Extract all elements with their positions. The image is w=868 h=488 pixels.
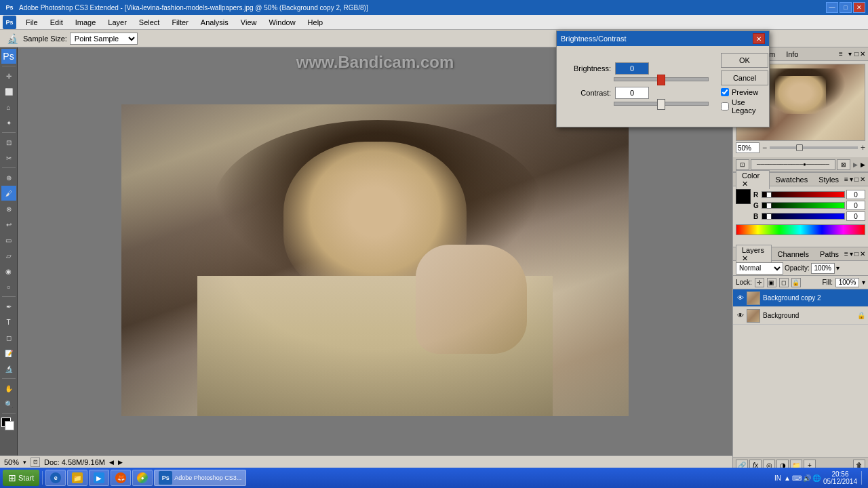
b-slider[interactable]	[762, 213, 845, 220]
tool-eyedropper[interactable]: 🔬	[1, 361, 16, 376]
layer-row-bg-copy2[interactable]: 👁 Background copy 2	[733, 289, 868, 307]
bc-brightness-input[interactable]	[615, 62, 649, 75]
zoom-minus-btn[interactable]: −	[762, 143, 767, 152]
bc-ok-btn[interactable]: OK	[721, 53, 768, 68]
zoom-100-btn[interactable]: ⊠	[837, 159, 850, 170]
blend-mode-select[interactable]: Normal Multiply Screen	[736, 262, 783, 274]
tool-brush[interactable]: 🖌	[1, 186, 16, 201]
color-panel-collapse[interactable]: ▾	[850, 176, 853, 183]
show-desktop-btn[interactable]	[861, 471, 865, 485]
fill-arrow[interactable]: ▾	[862, 279, 865, 286]
fill-input[interactable]	[835, 278, 859, 287]
navigator-close-btn[interactable]: ✕	[860, 50, 865, 58]
bc-dialog-close-btn[interactable]: ✕	[753, 33, 765, 44]
g-thumb[interactable]	[766, 203, 772, 209]
zoom-slider-thumb[interactable]	[796, 144, 803, 151]
bc-contrast-thumb[interactable]	[657, 99, 665, 110]
tab-info[interactable]: Info	[781, 49, 804, 59]
speaker-icon[interactable]: 🔊	[803, 474, 811, 482]
fg-color-swatch[interactable]	[736, 189, 751, 204]
bc-legacy-checkbox[interactable]	[721, 102, 729, 110]
close-btn[interactable]: ✕	[853, 2, 865, 13]
tool-notes[interactable]: 📝	[1, 346, 16, 361]
layers-panel-close[interactable]: ✕	[860, 250, 865, 258]
canvas-image[interactable]	[121, 104, 629, 416]
g-slider[interactable]	[762, 202, 845, 209]
status-zoom-arrow[interactable]: ▾	[23, 459, 26, 466]
g-value[interactable]	[846, 201, 865, 210]
tool-eraser[interactable]: ▭	[1, 232, 16, 247]
tool-move[interactable]: ✛	[1, 68, 16, 83]
bc-contrast-track[interactable]	[614, 102, 709, 106]
menu-help[interactable]: Help	[302, 17, 329, 28]
lock-all-btn[interactable]: 🔒	[791, 278, 801, 287]
arrow-up-icon[interactable]: ▲	[784, 474, 791, 482]
navigator-expand-btn[interactable]: □	[854, 50, 859, 58]
tool-zoom[interactable]: 🔍	[1, 396, 16, 411]
bc-dialog-title[interactable]: Brightness/Contrast ✕	[557, 31, 769, 46]
bc-cancel-btn[interactable]: Cancel	[721, 70, 768, 85]
menu-image[interactable]: Image	[70, 17, 102, 28]
b-value[interactable]	[846, 211, 865, 221]
menu-window[interactable]: Window	[263, 17, 300, 28]
taskbar-chrome[interactable]: ●	[132, 470, 153, 486]
taskbar-media[interactable]: ▶	[89, 470, 109, 486]
layers-panel-expand[interactable]: □	[854, 250, 859, 258]
tool-heal[interactable]: ⊕	[1, 170, 16, 185]
bc-brightness-thumb[interactable]	[657, 75, 665, 85]
bc-brightness-track[interactable]	[614, 77, 709, 81]
layer-row-bg[interactable]: 👁 Background 🔒	[733, 307, 868, 325]
zoom-plus-btn[interactable]: +	[861, 143, 865, 152]
color-panel-expand[interactable]: □	[854, 176, 859, 183]
zoom-fit-btn[interactable]: ⊡	[736, 159, 749, 170]
menu-filter[interactable]: Filter	[166, 17, 193, 28]
tab-paths[interactable]: Paths	[814, 249, 844, 259]
tool-pen[interactable]: ✒	[1, 299, 16, 314]
zoom-expand-icon[interactable]: ▶	[861, 161, 865, 168]
status-zoom-box[interactable]: ⊡	[31, 458, 40, 467]
zoom-slider[interactable]	[770, 146, 858, 149]
menu-select[interactable]: Select	[134, 17, 165, 28]
lock-pixels-btn[interactable]: ▣	[767, 278, 776, 287]
tool-magic-wand[interactable]: ✦	[1, 115, 16, 130]
tool-shape[interactable]: ◻	[1, 330, 16, 345]
tool-slice[interactable]: ✂	[1, 150, 16, 165]
tab-swatches[interactable]: Swatches	[770, 175, 813, 184]
background-color[interactable]	[5, 421, 14, 430]
color-swatches[interactable]	[1, 418, 16, 432]
r-thumb[interactable]	[766, 192, 772, 198]
zoom-in-ctrl[interactable]: ────────────●──────	[751, 159, 835, 170]
sample-size-select[interactable]: Point Sample 3 by 3 Average 5 by 5 Avera…	[70, 33, 138, 45]
bc-contrast-input[interactable]	[615, 87, 649, 99]
opacity-input[interactable]	[811, 263, 835, 274]
status-right-arrow[interactable]: ▶	[118, 459, 123, 466]
taskbar-firefox[interactable]: 🦊	[111, 470, 131, 486]
tool-stamp[interactable]: ⊗	[1, 201, 16, 216]
menu-file[interactable]: File	[20, 17, 43, 28]
start-button[interactable]: ⊞ Start	[3, 470, 39, 486]
network-icon[interactable]: 🌐	[812, 474, 821, 482]
status-left-arrow[interactable]: ◀	[109, 459, 114, 466]
taskbar-photoshop[interactable]: Ps Adobe Photoshop CS3...	[154, 470, 246, 486]
lock-position-btn[interactable]: ✛	[755, 278, 764, 287]
tool-crop[interactable]: ⊡	[1, 135, 16, 150]
tool-dodge[interactable]: ○	[1, 279, 16, 294]
navigator-panel-options[interactable]: ≡	[836, 49, 846, 59]
tool-hand[interactable]: ✋	[1, 381, 16, 396]
opacity-arrow[interactable]: ▾	[836, 264, 840, 272]
tab-channels[interactable]: Channels	[772, 249, 814, 259]
b-thumb[interactable]	[766, 214, 772, 220]
tab-styles[interactable]: Styles	[813, 175, 844, 184]
taskbar-explorer[interactable]: 📁	[67, 470, 87, 486]
layers-panel-options[interactable]: ≡	[844, 250, 848, 258]
layer-eye-bg[interactable]: 👁	[736, 311, 745, 321]
menu-view[interactable]: View	[235, 17, 262, 28]
color-spectrum[interactable]	[736, 224, 865, 235]
tool-history[interactable]: ↩	[1, 217, 16, 232]
menu-analysis[interactable]: Analysis	[195, 17, 234, 28]
r-value[interactable]	[846, 190, 865, 199]
lock-image-btn[interactable]: ◻	[779, 278, 789, 287]
r-slider[interactable]	[762, 191, 845, 198]
navigator-collapse-btn[interactable]: ▾	[848, 50, 852, 58]
minimize-btn[interactable]: —	[826, 2, 838, 13]
